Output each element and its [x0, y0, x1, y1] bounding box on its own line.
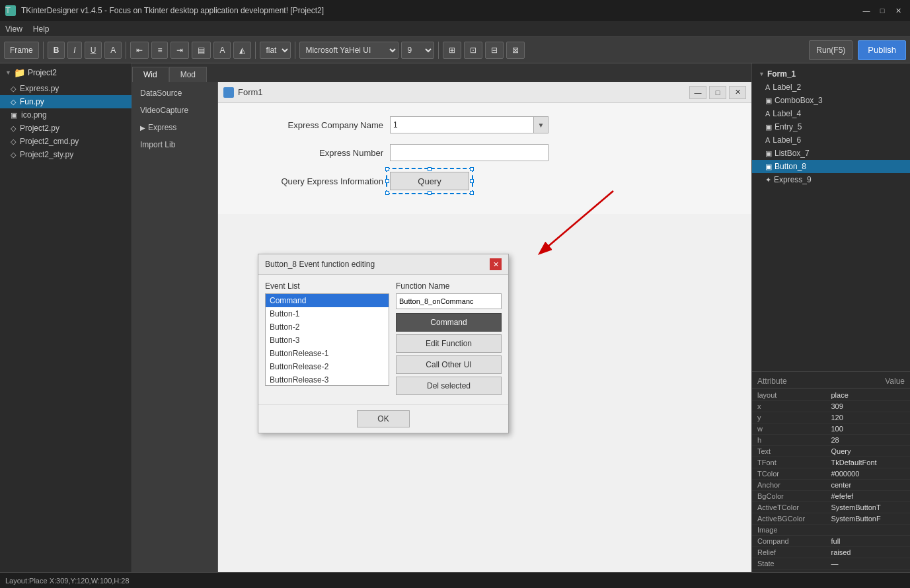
file-item-project2cmd[interactable]: ◇ Project2_cmd.py	[0, 135, 132, 148]
handle-ml[interactable]	[385, 179, 389, 183]
prop-activetcolor-value[interactable]: SystemButtonT	[831, 503, 905, 511]
align-center-button[interactable]: ≡	[151, 42, 168, 59]
prop-layout-value[interactable]: place	[831, 391, 905, 399]
number-input[interactable]	[390, 144, 549, 161]
prop-anchor-value[interactable]: center	[831, 481, 905, 489]
file-item-fun[interactable]: ◇ Fun.py	[0, 95, 132, 108]
side-menu-datasource[interactable]: DataSource	[132, 85, 217, 102]
file-item-ico[interactable]: ▣ ico.png	[0, 108, 132, 122]
event-item-command[interactable]: Command	[266, 294, 389, 307]
file-item-project2sty[interactable]: ◇ Project2_sty.py	[0, 148, 132, 161]
font-name-select[interactable]: Microsoft YaHei UI	[299, 42, 398, 59]
border-style-select[interactable]: flat	[260, 42, 291, 59]
align-right-button[interactable]: ⇥	[171, 42, 189, 59]
prop-tfont-value[interactable]: TkDefaultFont	[831, 459, 905, 466]
tree-item-express9[interactable]: ✦ Express_9	[752, 173, 910, 186]
tree-item-button8[interactable]: ▣ Button_8	[752, 160, 910, 173]
italic-button[interactable]: I	[67, 42, 81, 59]
grid1-button[interactable]: ⊞	[443, 42, 461, 59]
file-name-project2: Project2.py	[20, 124, 59, 133]
file-item-project2[interactable]: ◇ Project2.py	[0, 122, 132, 135]
maximize-button[interactable]: □	[876, 4, 889, 17]
event-item-buttonrelease1[interactable]: ButtonRelease-1	[266, 347, 389, 360]
form-minimize[interactable]: —	[689, 86, 706, 99]
sep-1	[43, 42, 44, 59]
prop-image-value[interactable]	[831, 526, 905, 534]
frame-button[interactable]: Frame	[4, 42, 39, 59]
side-menu-videocapture[interactable]: VideoCapture	[132, 102, 217, 119]
tree-item-label4[interactable]: A Label_4	[752, 107, 910, 120]
bold-button[interactable]: B	[48, 42, 65, 59]
handle-tr[interactable]	[470, 167, 474, 171]
tree-item-label2[interactable]: A Label_2	[752, 81, 910, 94]
function-name-input[interactable]	[396, 293, 502, 309]
tree-item-entry5[interactable]: ▣ Entry_5	[752, 120, 910, 133]
publish-button[interactable]: Publish	[858, 40, 906, 60]
grid4-button[interactable]: ⊠	[506, 42, 525, 59]
minimize-button[interactable]: —	[860, 4, 873, 17]
ok-button[interactable]: OK	[357, 410, 410, 427]
del-selected-button[interactable]: Del selected	[396, 377, 502, 395]
form-maximize[interactable]: □	[709, 86, 726, 99]
event-item-button1[interactable]: Button-1	[266, 307, 389, 320]
tab-mod[interactable]: Mod	[169, 67, 207, 82]
tree-item-listbox7[interactable]: ▣ ListBox_7	[752, 147, 910, 160]
side-menu-importlib[interactable]: Import Lib	[132, 136, 217, 153]
underline-button[interactable]: U	[85, 42, 102, 59]
prop-state-name: State	[757, 560, 831, 568]
prop-activebgcolor-value[interactable]: SystemButtonF	[831, 515, 905, 523]
align-justify-button[interactable]: ▤	[192, 42, 211, 59]
project-expand[interactable]: ▼	[5, 69, 11, 76]
tree-item-label6[interactable]: A Label_6	[752, 133, 910, 147]
dialog-close-button[interactable]: ✕	[490, 258, 502, 270]
file-item-express[interactable]: ◇ Express.py	[0, 82, 132, 95]
handle-bm[interactable]	[428, 191, 432, 195]
side-menu-express[interactable]: ▶ Express	[132, 119, 217, 136]
prop-relief-value[interactable]: raised	[831, 548, 905, 556]
company-select[interactable]: 1 ▼	[390, 116, 549, 133]
tree-root-form1[interactable]: ▼ Form_1	[752, 67, 910, 81]
menu-view[interactable]: View	[5, 24, 22, 34]
tree-item-combobox3[interactable]: ▣ ComboBox_3	[752, 94, 910, 107]
query-button[interactable]: Query	[390, 172, 469, 190]
handle-br[interactable]	[470, 191, 474, 195]
prop-w-value[interactable]: 100	[831, 425, 905, 433]
edit-function-button[interactable]: Edit Function	[396, 334, 502, 353]
text-style-button[interactable]: A	[213, 42, 231, 59]
command-func-button[interactable]: Command	[396, 313, 502, 332]
file-name-express: Express.py	[20, 84, 59, 93]
handle-tm[interactable]	[428, 167, 432, 171]
grid2-button[interactable]: ⊡	[464, 42, 482, 59]
prop-compand-value[interactable]: full	[831, 537, 905, 545]
prop-state-value[interactable]: —	[831, 560, 905, 568]
prop-bgcolor-value[interactable]: #efefef	[831, 492, 905, 500]
run-button[interactable]: Run(F5)	[809, 40, 853, 60]
company-select-arrow[interactable]: ▼	[533, 117, 548, 133]
handle-mr[interactable]	[470, 179, 474, 183]
event-item-buttonrelease3[interactable]: ButtonRelease-3	[266, 373, 389, 386]
prop-tcolor-value[interactable]: #000000	[831, 470, 905, 478]
grid3-button[interactable]: ⊟	[485, 42, 504, 59]
close-button[interactable]: ✕	[891, 4, 905, 17]
menu-help[interactable]: Help	[33, 24, 50, 34]
prop-h-value[interactable]: 28	[831, 436, 905, 444]
text-a-button[interactable]: A	[104, 42, 122, 59]
handle-tl[interactable]	[385, 167, 389, 171]
font-size-select[interactable]: 9	[401, 42, 434, 59]
tree-label-button8: Button_8	[775, 162, 806, 171]
prop-text-value[interactable]: Query	[831, 447, 905, 455]
event-item-button3[interactable]: Button-3	[266, 334, 389, 347]
event-item-button2[interactable]: Button-2	[266, 320, 389, 334]
event-item-buttonrelease2[interactable]: ButtonRelease-2	[266, 360, 389, 373]
event-listbox[interactable]: Command Button-1 Button-2 Button-3 Butto…	[265, 293, 389, 386]
paint-button[interactable]: ◭	[233, 42, 251, 59]
handle-bl[interactable]	[385, 191, 389, 195]
canvas-area[interactable]: Form1 — □ ✕ Express Company Name 1	[218, 82, 751, 572]
prop-x-value[interactable]: 309	[831, 402, 905, 410]
form-close[interactable]: ✕	[729, 86, 746, 99]
call-other-ui-button[interactable]: Call Other UI	[396, 355, 502, 374]
dialog-footer: OK	[258, 404, 508, 433]
tab-wid[interactable]: Wid	[132, 67, 169, 82]
prop-y-value[interactable]: 120	[831, 414, 905, 422]
align-left-button[interactable]: ⇤	[130, 42, 149, 59]
